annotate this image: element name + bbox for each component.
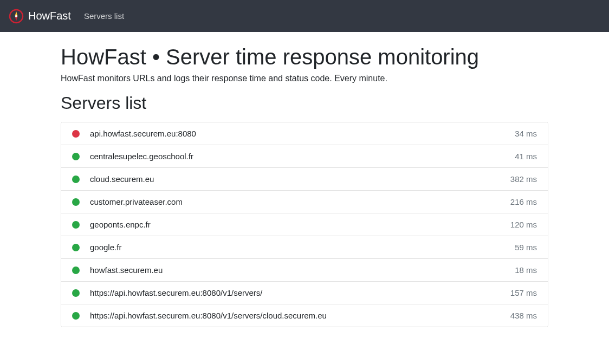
server-row[interactable]: google.fr59 ms [61, 236, 548, 259]
brand-text: HowFast [28, 10, 71, 22]
server-response-time: 59 ms [515, 243, 537, 252]
nav-servers-list[interactable]: Servers list [84, 11, 124, 21]
server-row[interactable]: https://api.howfast.securem.eu:8080/v1/s… [61, 304, 548, 327]
server-url: https://api.howfast.securem.eu:8080/v1/s… [90, 288, 510, 297]
server-row[interactable]: cloud.securem.eu382 ms [61, 168, 548, 191]
server-response-time: 157 ms [510, 288, 537, 297]
server-response-time: 120 ms [510, 220, 537, 229]
svg-point-3 [15, 15, 17, 17]
compass-icon [9, 9, 24, 24]
server-row[interactable]: centralesupelec.geoschool.fr41 ms [61, 145, 548, 168]
navbar: HowFast Servers list [0, 0, 609, 32]
server-row[interactable]: howfast.securem.eu18 ms [61, 259, 548, 282]
status-dot-icon [72, 244, 80, 251]
server-list: api.howfast.securem.eu:808034 mscentrale… [61, 122, 548, 327]
server-url: api.howfast.securem.eu:8080 [90, 129, 515, 138]
status-dot-icon [72, 221, 80, 229]
server-url: centralesupelec.geoschool.fr [90, 152, 515, 161]
status-dot-icon [72, 176, 80, 183]
server-response-time: 216 ms [510, 197, 537, 206]
server-url: geoponts.enpc.fr [90, 220, 510, 229]
server-url: cloud.securem.eu [90, 174, 510, 184]
server-url: https://api.howfast.securem.eu:8080/v1/s… [90, 311, 510, 320]
status-dot-icon [72, 198, 80, 206]
status-dot-icon [72, 153, 80, 160]
server-response-time: 41 ms [515, 152, 537, 161]
server-response-time: 438 ms [510, 311, 537, 320]
status-dot-icon [72, 266, 80, 274]
server-row[interactable]: customer.privateaser.com216 ms [61, 191, 548, 213]
status-dot-icon [72, 289, 80, 297]
page-title: HowFast • Server time response monitorin… [61, 45, 548, 69]
server-row[interactable]: https://api.howfast.securem.eu:8080/v1/s… [61, 282, 548, 304]
server-row[interactable]: geoponts.enpc.fr120 ms [61, 213, 548, 236]
server-response-time: 382 ms [510, 174, 537, 184]
main-container: HowFast • Server time response monitorin… [53, 45, 556, 327]
server-response-time: 18 ms [515, 265, 537, 275]
server-row[interactable]: api.howfast.securem.eu:808034 ms [61, 122, 548, 145]
section-title: Servers list [61, 93, 548, 113]
server-url: howfast.securem.eu [90, 265, 515, 275]
server-url: google.fr [90, 243, 515, 252]
server-response-time: 34 ms [515, 129, 537, 138]
brand-link[interactable]: HowFast [9, 9, 71, 24]
status-dot-icon [72, 312, 80, 320]
status-dot-icon [72, 130, 80, 138]
page-subtitle: HowFast monitors URLs and logs their res… [61, 74, 548, 83]
server-url: customer.privateaser.com [90, 197, 510, 206]
